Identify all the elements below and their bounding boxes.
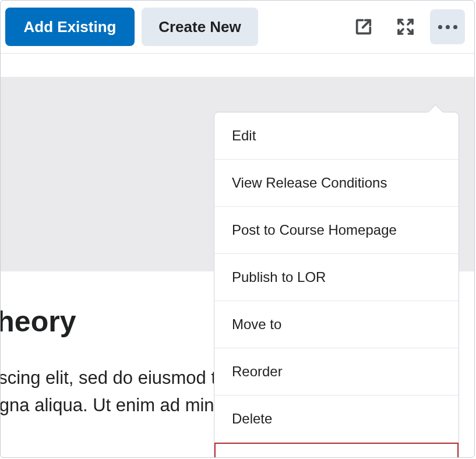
menu-item-reorder[interactable]: Reorder	[214, 348, 459, 396]
expand-icon	[396, 17, 415, 36]
menu-item-delete[interactable]: Delete	[214, 396, 459, 443]
menu-item-view-release-conditions[interactable]: View Release Conditions	[214, 160, 459, 207]
app-frame: Add Existing Create New	[0, 0, 475, 458]
more-actions-button[interactable]	[430, 9, 465, 44]
content-area: ang Theory tetur adipiscing elit, sed do…	[1, 54, 474, 457]
menu-item-edit[interactable]: Edit	[214, 112, 459, 160]
open-new-window-button[interactable]	[346, 9, 381, 44]
create-new-button[interactable]: Create New	[142, 8, 258, 46]
fullscreen-button[interactable]	[388, 9, 423, 44]
toolbar: Add Existing Create New	[1, 1, 474, 54]
menu-item-post-to-course-homepage[interactable]: Post to Course Homepage	[214, 207, 459, 254]
menu-item-set-as-required[interactable]: Set as Required	[214, 443, 459, 458]
menu-item-publish-to-lor[interactable]: Publish to LOR	[214, 254, 459, 301]
more-actions-menu: Edit View Release Conditions Post to Cou…	[214, 112, 459, 458]
external-link-icon	[354, 17, 373, 37]
add-existing-button[interactable]: Add Existing	[5, 8, 135, 46]
more-icon	[438, 25, 457, 29]
menu-item-move-to[interactable]: Move to	[214, 301, 459, 348]
